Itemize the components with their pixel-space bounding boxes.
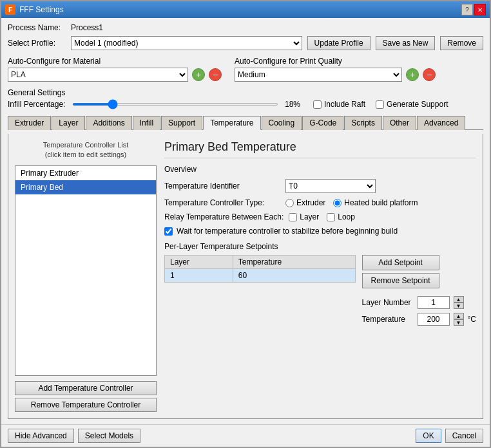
profile-select[interactable]: Model 1 (modified) xyxy=(71,36,302,50)
material-select[interactable]: PLA xyxy=(8,68,188,82)
table-header-temperature: Temperature xyxy=(233,256,355,269)
remove-quality-button[interactable]: − xyxy=(423,68,436,81)
temperature-input[interactable] xyxy=(418,313,450,326)
relay-layer-label: Layer xyxy=(300,212,319,221)
wait-checkbox[interactable] xyxy=(164,227,173,236)
right-panel: Primary Bed Temperature Overview Tempera… xyxy=(164,140,476,412)
title-bar-buttons: ? ✕ xyxy=(461,4,486,15)
remove-button[interactable]: Remove xyxy=(440,36,483,50)
bottom-left-buttons: Hide Advanced Select Models xyxy=(8,429,140,443)
layer-number-section: Layer Number ▲ ▼ Temperature xyxy=(362,296,476,326)
temperature-up[interactable]: ▲ xyxy=(454,313,464,319)
layer-number-down[interactable]: ▼ xyxy=(454,303,464,309)
relay-label: Relay Temperature Between Each: xyxy=(164,212,284,221)
cancel-button[interactable]: Cancel xyxy=(445,429,483,443)
select-models-button[interactable]: Select Models xyxy=(78,429,140,443)
tab-cooling[interactable]: Cooling xyxy=(262,116,302,130)
temperature-controller-list[interactable]: Primary Extruder Primary Bed xyxy=(15,165,157,376)
content-area: Process Name: Process1 Select Profile: M… xyxy=(1,18,490,424)
update-profile-button[interactable]: Update Profile xyxy=(307,36,371,50)
left-panel: Temperature Controller List (click item … xyxy=(15,140,157,412)
temperature-controller-type-label: Temperature Controller Type: xyxy=(164,198,280,207)
select-profile-row: Select Profile: Model 1 (modified) Updat… xyxy=(8,36,483,50)
quality-select[interactable]: Medium xyxy=(235,68,402,82)
radio-heated-platform: Heated build platform xyxy=(333,198,418,207)
temperature-row: Temperature ▲ ▼ °C xyxy=(362,313,476,326)
table-header-layer: Layer xyxy=(165,256,233,269)
save-as-new-button[interactable]: Save as New xyxy=(376,36,436,50)
infill-label: Infill Percentage: xyxy=(8,100,66,109)
list-title: Temperature Controller List (click item … xyxy=(15,140,157,160)
process-name-label: Process Name: xyxy=(8,23,66,32)
list-item-bed[interactable]: Primary Bed xyxy=(15,180,156,194)
close-button[interactable]: ✕ xyxy=(474,4,486,15)
bottom-bar: Hide Advanced Select Models OK Cancel xyxy=(1,424,490,447)
title-bar: F FFF Settings ? ✕ xyxy=(1,1,490,18)
process-name-value: Process1 xyxy=(71,23,103,32)
radio-extruder-input[interactable] xyxy=(285,199,294,207)
relay-temperature-row: Relay Temperature Between Each: Layer Lo… xyxy=(164,212,476,221)
remove-material-button[interactable]: − xyxy=(209,68,222,81)
tab-gcode[interactable]: G-Code xyxy=(302,116,343,130)
help-button[interactable]: ? xyxy=(461,4,473,15)
tab-extruder[interactable]: Extruder xyxy=(8,116,51,130)
temperature-spinner: ▲ ▼ xyxy=(454,313,464,326)
add-setpoint-button[interactable]: Add Setpoint xyxy=(362,255,439,270)
radio-heated-platform-input[interactable] xyxy=(333,199,342,207)
infill-slider[interactable] xyxy=(72,103,278,106)
relay-layer-checkbox[interactable] xyxy=(289,213,297,221)
include-raft-checkbox-item: Include Raft xyxy=(313,100,365,109)
table-row[interactable]: 1 60 xyxy=(165,269,356,283)
infill-row: Infill Percentage: 18% Include Raft Gene… xyxy=(8,100,483,109)
tab-temperature[interactable]: Temperature xyxy=(203,116,260,130)
process-name-row: Process Name: Process1 xyxy=(8,23,483,32)
radio-extruder-label: Extruder xyxy=(296,198,325,207)
tabs-bar: Extruder Layer Additions Infill Support … xyxy=(8,115,483,130)
tab-other[interactable]: Other xyxy=(383,116,416,130)
list-item-extruder[interactable]: Primary Extruder xyxy=(15,166,156,180)
tab-support[interactable]: Support xyxy=(161,116,202,130)
add-quality-button[interactable]: + xyxy=(406,68,419,81)
remove-temperature-controller-button[interactable]: Remove Temperature Controller xyxy=(15,398,157,412)
auto-configure-quality-label: Auto-Configure for Print Quality xyxy=(235,57,436,66)
hide-advanced-button[interactable]: Hide Advanced xyxy=(8,429,74,443)
add-temperature-controller-button[interactable]: Add Temperature Controller xyxy=(15,381,157,395)
temperature-down[interactable]: ▼ xyxy=(454,319,464,326)
generate-support-checkbox[interactable] xyxy=(376,100,384,109)
relay-loop-checkbox[interactable] xyxy=(327,213,335,221)
ok-button[interactable]: OK xyxy=(416,429,441,443)
overview-label: Overview xyxy=(164,165,476,174)
layer-number-up[interactable]: ▲ xyxy=(454,296,464,303)
include-raft-checkbox[interactable] xyxy=(313,100,322,109)
tab-infill[interactable]: Infill xyxy=(133,116,160,130)
tab-scripts[interactable]: Scripts xyxy=(344,116,382,130)
generate-support-label: Generate Support xyxy=(387,100,448,109)
generate-support-checkbox-item: Generate Support xyxy=(376,100,448,109)
remove-setpoint-button[interactable]: Remove Setpoint xyxy=(362,273,439,288)
general-settings-section: General Settings Infill Percentage: 18% … xyxy=(8,88,483,109)
bottom-right-buttons: OK Cancel xyxy=(416,429,483,443)
auto-configure-material-label: Auto-Configure for Material xyxy=(8,57,222,66)
add-material-button[interactable]: + xyxy=(192,68,205,81)
layer-number-input[interactable] xyxy=(418,296,450,309)
layer-number-label: Layer Number xyxy=(362,298,414,307)
setpoints-label: Per-Layer Temperature Setpoints xyxy=(164,242,476,251)
auto-configure-material-row: PLA + − xyxy=(8,68,222,82)
table-cell-temperature: 60 xyxy=(233,269,355,283)
window-title: FFF Settings xyxy=(19,5,64,14)
auto-configure-section: Auto-Configure for Material PLA + − Auto… xyxy=(8,55,483,82)
app-icon: F xyxy=(5,5,15,15)
wait-label: Wait for temperature controller to stabi… xyxy=(177,227,398,236)
radio-heated-platform-label: Heated build platform xyxy=(344,198,418,207)
tab-additions[interactable]: Additions xyxy=(86,116,131,130)
checkbox-group: Include Raft Generate Support xyxy=(313,100,448,109)
tab-advanced[interactable]: Advanced xyxy=(417,116,465,130)
radio-group-controller-type: Extruder Heated build platform xyxy=(285,198,418,207)
temperature-identifier-select[interactable]: T0 xyxy=(285,179,376,193)
main-window: F FFF Settings ? ✕ Process Name: Process… xyxy=(0,0,491,448)
relay-checkboxes: Layer Loop xyxy=(289,212,355,221)
setpoints-table-container: Layer Temperature 1 60 xyxy=(164,255,356,326)
title-bar-left: F FFF Settings xyxy=(5,5,64,15)
temperature-controller-type-row: Temperature Controller Type: Extruder He… xyxy=(164,198,476,207)
tab-layer[interactable]: Layer xyxy=(52,116,85,130)
